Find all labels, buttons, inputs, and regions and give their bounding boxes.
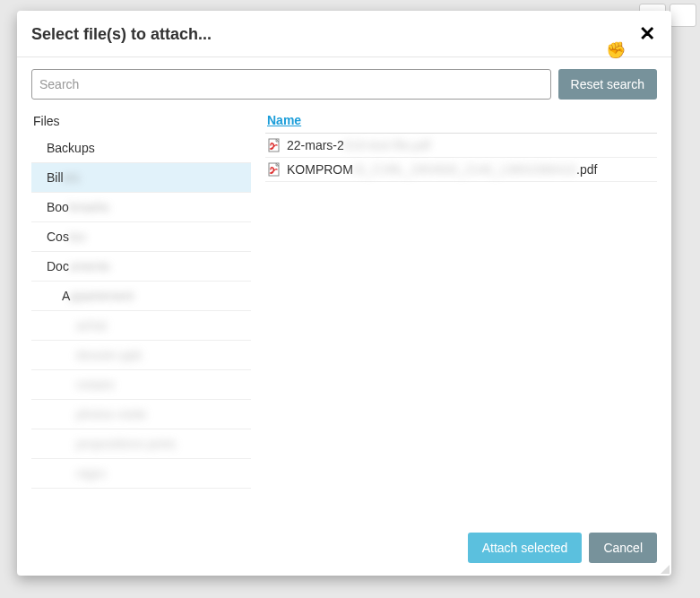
attach-selected-button[interactable]: Attach selected (468, 533, 583, 563)
modal-title: Select file(s) to attach... (31, 25, 212, 44)
pdf-file-icon (267, 162, 281, 177)
folder-root[interactable]: Files (31, 108, 251, 134)
folder-item[interactable]: Billets (31, 163, 251, 193)
file-list-panel: Name 22-mars-2019-test-file.pdfKOMPROMIS… (265, 108, 657, 521)
folder-item[interactable]: notaire (31, 370, 251, 400)
folder-item[interactable]: Bookmarks (31, 193, 251, 222)
folder-item[interactable]: achat (31, 311, 251, 341)
search-input[interactable] (31, 69, 551, 100)
folder-item[interactable]: dossier-ppb (31, 341, 251, 370)
reset-search-button[interactable]: Reset search (558, 69, 657, 100)
pdf-file-icon (267, 138, 281, 152)
column-header-name[interactable]: Name (267, 113, 301, 127)
folder-item[interactable]: Costco (31, 222, 251, 252)
folder-item[interactable]: photos-visite (31, 400, 251, 429)
file-row[interactable]: 22-mars-2019-test-file.pdf (265, 134, 657, 158)
folder-tree[interactable]: Files BackupsBilletsBookmarksCostcoDocum… (31, 108, 251, 521)
file-name-label: KOMPROMIS_CVBL_DR4500_2140_13691086410.p… (287, 162, 597, 177)
close-icon[interactable]: ✕ (637, 24, 657, 44)
file-row[interactable]: KOMPROMIS_CVBL_DR4500_2140_13691086410.p… (265, 158, 657, 182)
folder-item[interactable]: Appartement (31, 282, 251, 311)
cancel-button[interactable]: Cancel (589, 533, 657, 563)
folder-item[interactable]: Documents (31, 252, 251, 282)
folder-item[interactable]: regro (31, 459, 251, 489)
resize-handle-icon[interactable] (659, 563, 670, 574)
folder-item[interactable]: propositions-prets (31, 429, 251, 459)
folder-item[interactable]: Backups (31, 134, 251, 163)
modal-footer: Attach selected Cancel (17, 521, 671, 576)
file-name-label: 22-mars-2019-test-file.pdf (287, 138, 430, 152)
file-attach-modal: Select file(s) to attach... ✕ Reset sear… (17, 11, 671, 576)
modal-header: Select file(s) to attach... ✕ (17, 11, 671, 57)
